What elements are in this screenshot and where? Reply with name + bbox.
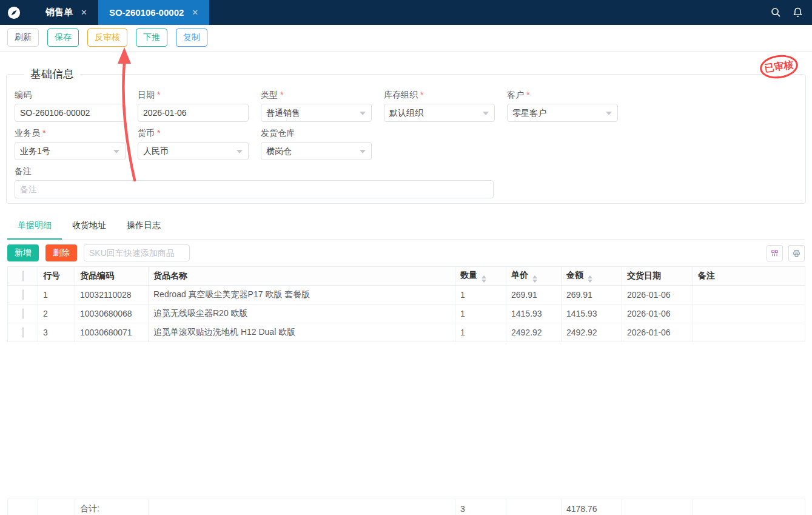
col-line-no: 行号 [38,267,75,286]
field-label: 发货仓库 [261,128,295,138]
remark-input[interactable] [15,180,494,198]
col-unit-price: 单价 [506,267,562,286]
table-row: 3 10030680071 追觅单滚双贴边洗地机 H12 Dual 欧版 1 2… [8,323,805,342]
code-input[interactable] [15,104,126,122]
currency-select[interactable]: 人民币 [138,142,249,160]
customer-select[interactable]: 零星客户 [507,104,618,122]
field-label: 货币 [138,128,155,138]
col-remark: 备注 [693,267,805,286]
col-amount: 金额 [562,267,622,286]
field-label: 业务员 [15,128,40,138]
basic-info-section: 基础信息 编码 日期* 类型* 普通销售 库存组织* 默认组织 客户* [6,67,806,204]
field-customer: 客户* 零星客户 [507,90,618,122]
sort-icon[interactable] [481,275,486,283]
selected-value: 横岗仓 [266,143,292,160]
field-date: 日期* [138,90,249,122]
chevron-down-icon [113,150,119,153]
field-warehouse: 发货仓库 横岗仓 [261,128,372,160]
detail-tabs: 单据明细 收货地址 操作日志 [7,214,805,240]
required-mark: * [420,90,423,99]
table-row: 2 10030680068 追觅无线吸尘器R20 欧版 1 1415.93 14… [8,305,805,323]
chevron-down-icon [360,150,366,153]
tab-operation-log[interactable]: 操作日志 [116,214,171,240]
field-code: 编码 [15,90,126,122]
salesperson-select[interactable]: 业务1号 [15,142,126,160]
app-logo-icon [7,6,21,19]
col-product-code: 货品编码 [75,267,149,286]
close-icon[interactable]: ✕ [192,8,198,17]
select-all-checkbox[interactable] [22,271,24,281]
chevron-down-icon [606,112,612,115]
bell-icon[interactable] [792,7,804,18]
field-inventory-org: 库存组织* 默认组织 [384,90,495,122]
required-mark: * [157,128,160,138]
inventory-org-select[interactable]: 默认组织 [384,104,495,122]
warehouse-select[interactable]: 横岗仓 [261,142,372,160]
totals-row: 合计: 3 4178.76 [8,499,805,515]
totals-row-table: 合计: 3 4178.76 [7,499,805,515]
chevron-down-icon [360,112,366,115]
date-input[interactable] [138,104,249,122]
row-checkbox[interactable] [22,308,24,319]
action-toolbar: 刷新 保存 反审核 下推 复制 [0,25,812,52]
push-down-button[interactable]: 下推 [136,29,167,47]
selected-value: 人民币 [143,143,169,160]
unaudit-button[interactable]: 反审核 [87,29,127,47]
refresh-button[interactable]: 刷新 [7,29,39,47]
totals-label: 合计: [75,499,149,515]
selected-value: 零星客户 [512,104,546,121]
topbar: 销售单 ✕ SO-260106-00002 ✕ [0,0,812,25]
field-type: 类型* 普通销售 [261,90,372,122]
tab-order-detail[interactable]: SO-260106-00002 ✕ [98,0,209,25]
tab-sales-order-list[interactable]: 销售单 ✕ [35,0,98,25]
row-checkbox[interactable] [22,289,24,300]
required-mark: * [280,90,283,99]
tab-label: 销售单 [45,7,73,18]
add-row-button[interactable]: 新增 [7,244,39,261]
tab-label: SO-260106-00002 [109,7,184,18]
table-header-row: 行号 货品编码 货品名称 数量 单价 金额 交货日期 备注 [8,267,805,286]
field-label: 日期 [138,90,155,99]
section-title: 基础信息 [24,67,80,81]
col-qty: 数量 [455,267,506,286]
chevron-down-icon [483,112,489,115]
field-label: 编码 [15,90,32,99]
selected-value: 默认组织 [389,104,423,121]
required-mark: * [42,128,45,138]
field-label: 备注 [15,166,32,176]
amount-total: 4178.76 [562,499,622,515]
required-mark: * [157,90,160,99]
row-checkbox[interactable] [22,327,24,338]
copy-button[interactable]: 复制 [176,29,207,47]
close-icon[interactable]: ✕ [81,8,87,17]
field-remark: 备注 [15,166,494,198]
save-button[interactable]: 保存 [47,29,79,47]
chevron-down-icon [237,150,243,153]
col-delivery-date: 交货日期 [622,267,693,286]
field-currency: 货币* 人民币 [138,128,249,160]
order-lines-table: 行号 货品编码 货品名称 数量 单价 金额 交货日期 备注 1 10032110… [7,266,805,342]
table-empty-area [0,342,812,499]
required-mark: * [526,90,529,99]
sort-icon[interactable] [588,275,592,283]
selected-value: 业务1号 [20,143,50,160]
field-label: 库存组织 [384,90,418,99]
type-select[interactable]: 普通销售 [261,104,372,122]
col-product-name: 货品名称 [149,267,455,286]
tab-shipping-address[interactable]: 收货地址 [62,214,116,240]
delete-row-button[interactable]: 删除 [45,244,77,261]
search-icon[interactable] [770,7,782,18]
field-label: 客户 [507,90,524,99]
selected-value: 普通销售 [266,104,300,121]
qty-total: 3 [455,499,506,515]
column-settings-button[interactable] [767,245,783,261]
print-button[interactable] [788,245,805,261]
table-row: 1 10032110028 Redroad 真空吸尘美宠器P17 欧版 套餐版 … [8,286,805,305]
field-salesperson: 业务员* 业务1号 [15,128,126,160]
sku-quick-add-input[interactable] [84,244,190,261]
tab-order-lines[interactable]: 单据明细 [7,214,62,240]
field-label: 类型 [261,90,278,99]
grid-toolbar: 新增 删除 [7,240,805,266]
sort-icon[interactable] [532,275,537,283]
